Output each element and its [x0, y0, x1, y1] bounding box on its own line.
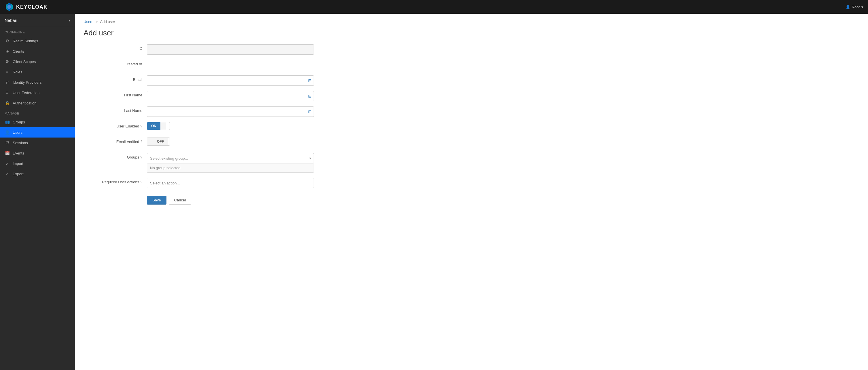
export-icon: ↗ [5, 171, 10, 176]
email-input[interactable] [147, 75, 314, 86]
navbar-user-menu[interactable]: 👤 Root ▾ [845, 5, 863, 9]
toggle-off-button[interactable]: OFF [153, 138, 168, 145]
events-icon: 📅 [5, 150, 10, 156]
button-row: Save Cancel [147, 196, 314, 205]
required-actions-input[interactable] [147, 178, 314, 188]
sessions-icon: ⏱ [5, 140, 10, 145]
email-verified-toggle[interactable]: OFF [147, 137, 170, 145]
email-verified-label: Email Verified ? [84, 137, 147, 144]
last-name-field-wrap: ⊞ [147, 106, 314, 117]
groups-select[interactable]: Select existing group... [147, 153, 314, 163]
form-row-last-name: Last Name ⊞ [84, 106, 314, 117]
toggle-off-side [160, 122, 166, 130]
user-federation-icon: ≡ [5, 90, 10, 95]
id-input[interactable] [147, 44, 314, 55]
form-row-user-enabled: User Enabled ? ON [84, 122, 314, 132]
content-area: Users > Add user Add user ID Created At [75, 14, 868, 370]
sidebar-item-sessions[interactable]: ⏱ Sessions [0, 137, 75, 148]
sidebar-item-label: Import [13, 161, 23, 166]
toggle-on-side [147, 138, 153, 145]
user-enabled-label: User Enabled ? [84, 122, 147, 128]
sidebar-item-export[interactable]: ↗ Export [0, 169, 75, 179]
navbar-brand: KEYCLOAK [5, 2, 48, 11]
email-field-wrap: ⊞ [147, 75, 314, 86]
sidebar: Nebari ▾ Configure ⚙ Realm Settings ◈ Cl… [0, 14, 75, 370]
sidebar-item-label: Sessions [13, 141, 28, 145]
manage-section-label: Manage [0, 108, 75, 117]
required-actions-help-icon[interactable]: ? [140, 180, 142, 184]
authentication-icon: 🔒 [5, 100, 10, 106]
sidebar-item-label: Export [13, 172, 24, 176]
breadcrumb-current: Add user [100, 20, 115, 24]
last-name-edit-icon: ⊞ [308, 109, 312, 114]
no-group-selected-text: No group selected [147, 163, 314, 173]
user-enabled-help-icon[interactable]: ? [140, 124, 142, 128]
last-name-label: Last Name [84, 106, 147, 113]
groups-label: Groups ? [84, 153, 147, 159]
last-name-input[interactable] [147, 106, 314, 117]
breadcrumb-users-link[interactable]: Users [84, 20, 93, 24]
user-enabled-toggle[interactable]: ON [147, 122, 170, 130]
identity-providers-icon: ⇄ [5, 80, 10, 85]
sidebar-item-roles[interactable]: ≡ Roles [0, 67, 75, 77]
realm-chevron-icon: ▾ [68, 19, 70, 23]
sidebar-item-users[interactable]: 👤 Users [0, 127, 75, 137]
sidebar-item-label: Authentication [13, 101, 36, 105]
import-icon: ↙ [5, 161, 10, 166]
form-row-first-name: First Name ⊞ [84, 91, 314, 101]
form-row-email-verified: Email Verified ? OFF [84, 137, 314, 148]
sidebar-item-label: Events [13, 151, 24, 155]
breadcrumb: Users > Add user [84, 20, 859, 24]
buttons-wrap: Save Cancel [147, 193, 314, 205]
form-row-buttons: Save Cancel [84, 193, 314, 205]
id-label: ID [84, 44, 147, 51]
main-layout: Nebari ▾ Configure ⚙ Realm Settings ◈ Cl… [0, 14, 868, 370]
save-button[interactable]: Save [147, 196, 166, 205]
sidebar-item-label: Identity Providers [13, 80, 41, 85]
configure-section-label: Configure [0, 27, 75, 36]
sidebar-item-identity-providers[interactable]: ⇄ Identity Providers [0, 77, 75, 88]
toggle-on-button[interactable]: ON [147, 122, 160, 130]
keycloak-logo-icon [5, 2, 14, 11]
realm-selector[interactable]: Nebari ▾ [0, 14, 75, 27]
form-row-created-at: Created At [84, 60, 314, 70]
first-name-edit-icon: ⊞ [308, 94, 312, 98]
required-actions-field-wrap [147, 178, 314, 188]
form-row-groups: Groups ? Select existing group... ▾ No g… [84, 153, 314, 173]
first-name-input[interactable] [147, 91, 314, 101]
groups-help-icon[interactable]: ? [140, 155, 142, 159]
sidebar-item-clients[interactable]: ◈ Clients [0, 46, 75, 56]
users-icon: 👤 [5, 130, 10, 135]
groups-icon: 👥 [5, 120, 10, 125]
sidebar-item-authentication[interactable]: 🔒 Authentication [0, 98, 75, 108]
email-edit-icon: ⊞ [308, 78, 312, 83]
email-label: Email [84, 75, 147, 82]
client-scopes-icon: ⚙ [5, 59, 10, 64]
cancel-button[interactable]: Cancel [169, 196, 191, 205]
sidebar-item-label: Users [13, 130, 23, 135]
email-verified-help-icon[interactable]: ? [140, 140, 142, 144]
groups-select-wrapper: Select existing group... ▾ [147, 153, 314, 163]
form-row-required-actions: Required User Actions ? [84, 178, 314, 188]
sidebar-item-events[interactable]: 📅 Events [0, 148, 75, 158]
form-row-email: Email ⊞ [84, 75, 314, 86]
sidebar-item-user-federation[interactable]: ≡ User Federation [0, 88, 75, 98]
sidebar-item-label: Realm Settings [13, 39, 38, 43]
roles-icon: ≡ [5, 69, 10, 74]
navbar-brand-text: KEYCLOAK [16, 4, 48, 10]
groups-field-wrap: Select existing group... ▾ No group sele… [147, 153, 314, 173]
required-actions-label: Required User Actions ? [84, 178, 147, 184]
sidebar-item-client-scopes[interactable]: ⚙ Client Scopes [0, 56, 75, 67]
first-name-field-wrap: ⊞ [147, 91, 314, 101]
sidebar-item-realm-settings[interactable]: ⚙ Realm Settings [0, 36, 75, 46]
user-icon: 👤 [845, 5, 850, 9]
id-field-wrap [147, 44, 314, 55]
realm-name: Nebari [5, 18, 17, 23]
clients-icon: ◈ [5, 48, 10, 54]
sidebar-item-groups[interactable]: 👥 Groups [0, 117, 75, 127]
first-name-label: First Name [84, 91, 147, 97]
sidebar-item-label: Client Scopes [13, 60, 36, 64]
breadcrumb-separator: > [96, 20, 98, 24]
sidebar-item-import[interactable]: ↙ Import [0, 158, 75, 169]
navbar-chevron-icon: ▾ [861, 5, 863, 9]
